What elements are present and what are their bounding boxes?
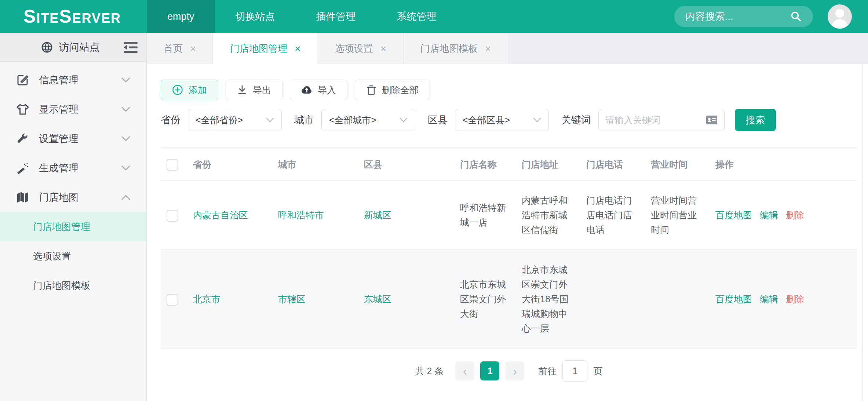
delete-all-button[interactable]: 删除全部 bbox=[355, 80, 430, 100]
body-row: 访问站点 信息管理 显示管理 设置管理 bbox=[0, 33, 868, 401]
row-checkbox[interactable] bbox=[167, 210, 178, 222]
plus-circle-icon bbox=[172, 84, 183, 95]
province-select[interactable]: <全部省份> bbox=[188, 109, 282, 131]
wrench-icon bbox=[16, 133, 29, 145]
sidebar-item-generate-management[interactable]: 生成管理 bbox=[0, 153, 146, 183]
submenu-label: 门店地图模板 bbox=[33, 279, 90, 292]
goto-page-input[interactable] bbox=[562, 360, 587, 382]
topbar-right: 内容搜索... bbox=[674, 0, 868, 33]
district-select[interactable]: <全部区县> bbox=[455, 109, 549, 131]
tab-label: 门店地图模板 bbox=[420, 42, 478, 55]
tab-home[interactable]: 首页 × bbox=[147, 33, 213, 64]
close-icon[interactable]: × bbox=[295, 44, 300, 54]
store-name-cell: 呼和浩特新城一店 bbox=[454, 181, 516, 250]
province-link[interactable]: 内蒙古自治区 bbox=[193, 210, 248, 220]
delete-link[interactable]: 删除 bbox=[786, 210, 804, 220]
toolbar: 添加 导出 导入 删除全部 bbox=[161, 80, 857, 100]
search-button[interactable]: 搜索 bbox=[735, 109, 776, 131]
next-page-button[interactable]: › bbox=[505, 361, 524, 380]
prev-page-button[interactable]: ‹ bbox=[455, 361, 474, 380]
tab-store-map-management[interactable]: 门店地图管理 × bbox=[213, 33, 318, 64]
tab-label: 选项设置 bbox=[335, 42, 373, 55]
visit-site-button[interactable]: 访问站点 bbox=[59, 40, 100, 54]
chevron-right-icon: › bbox=[513, 365, 517, 377]
main-area: 首页 × 门店地图管理 × 选项设置 × 门店地图模板 × bbox=[147, 33, 868, 401]
topnav-label: 切换站点 bbox=[236, 10, 275, 23]
edit-link[interactable]: 编辑 bbox=[760, 210, 778, 220]
province-select-value: <全部省份> bbox=[196, 114, 243, 126]
sidebar-collapse-button[interactable] bbox=[124, 42, 138, 53]
province-link[interactable]: 北京市 bbox=[193, 294, 220, 304]
column-header-actions: 操作 bbox=[710, 147, 857, 181]
tab-store-map-template[interactable]: 门店地图模板 × bbox=[404, 33, 508, 64]
topnav-item-plugin-management[interactable]: 插件管理 bbox=[296, 0, 376, 33]
page-unit-label: 页 bbox=[593, 365, 602, 377]
import-button[interactable]: 导入 bbox=[290, 80, 347, 100]
sidebar-subitem-store-map-management[interactable]: 门店地图管理 bbox=[0, 212, 146, 241]
district-link[interactable]: 新城区 bbox=[364, 210, 391, 220]
sidebar-item-display-management[interactable]: 显示管理 bbox=[0, 95, 146, 124]
table-row: 北京市 市辖区 东城区 北京市东城区崇文门外大街 北京市东城区崇文门外大街18号… bbox=[161, 250, 857, 349]
baidu-map-link[interactable]: 百度地图 bbox=[715, 210, 752, 220]
topnav-item-system-management[interactable]: 系统管理 bbox=[376, 0, 457, 33]
column-header-province: 省份 bbox=[187, 147, 272, 181]
sidebar-item-settings-management[interactable]: 设置管理 bbox=[0, 124, 146, 153]
sidebar-item-label: 门店地图 bbox=[39, 191, 79, 204]
delete-link[interactable]: 删除 bbox=[786, 294, 804, 304]
district-select-value: <全部区县> bbox=[463, 114, 510, 126]
column-header-store-phone: 门店电话 bbox=[580, 147, 645, 181]
column-header-business-hours: 营业时间 bbox=[645, 147, 710, 181]
baidu-map-link[interactable]: 百度地图 bbox=[715, 294, 752, 304]
column-header-city: 城市 bbox=[272, 147, 358, 181]
edit-link[interactable]: 编辑 bbox=[760, 294, 778, 304]
sidebar-subitem-store-map-template[interactable]: 门店地图模板 bbox=[0, 271, 146, 300]
delete-all-button-label: 删除全部 bbox=[382, 84, 419, 96]
close-icon[interactable]: × bbox=[485, 44, 491, 54]
sidebar-header: 访问站点 bbox=[0, 33, 146, 62]
city-select-value: <全部城市> bbox=[329, 114, 376, 126]
tab-option-settings[interactable]: 选项设置 × bbox=[318, 33, 404, 64]
content-search-input[interactable]: 内容搜索... bbox=[674, 6, 813, 27]
topnav-item-switch-site[interactable]: 切换站点 bbox=[215, 0, 296, 33]
user-avatar[interactable] bbox=[828, 4, 852, 29]
export-button[interactable]: 导出 bbox=[226, 80, 282, 100]
province-label: 省份 bbox=[161, 113, 180, 127]
id-card-icon bbox=[706, 115, 718, 125]
siteserver-logo[interactable]: SITESERVER bbox=[0, 0, 147, 33]
close-icon[interactable]: × bbox=[190, 44, 196, 54]
map-icon bbox=[16, 192, 29, 203]
page-1-button[interactable]: 1 bbox=[480, 361, 499, 380]
sidebar-subitem-option-settings[interactable]: 选项设置 bbox=[0, 241, 146, 271]
business-hours-cell: 营业时间营业时间营业时间 bbox=[645, 181, 710, 250]
select-all-checkbox[interactable] bbox=[167, 159, 178, 171]
row-checkbox[interactable] bbox=[167, 294, 178, 306]
close-icon[interactable]: × bbox=[380, 44, 386, 54]
sidebar-item-label: 显示管理 bbox=[39, 103, 79, 116]
city-link[interactable]: 市辖区 bbox=[278, 294, 306, 304]
chevron-down-icon bbox=[533, 117, 541, 123]
add-button[interactable]: 添加 bbox=[161, 80, 218, 100]
table-row: 内蒙古自治区 呼和浩特市 新城区 呼和浩特新城一店 内蒙古呼和浩特市新城区信儒街… bbox=[161, 181, 857, 250]
store-phone-cell: 门店电话门店电话门店电话 bbox=[580, 181, 645, 250]
sidebar-item-info-management[interactable]: 信息管理 bbox=[0, 65, 146, 95]
scrollbar-track[interactable] bbox=[862, 64, 868, 401]
content-search-placeholder: 内容搜索... bbox=[685, 10, 733, 23]
district-link[interactable]: 东城区 bbox=[364, 294, 391, 304]
sidebar-item-store-map[interactable]: 门店地图 bbox=[0, 183, 146, 212]
chevron-left-icon: ‹ bbox=[463, 365, 467, 377]
city-link[interactable]: 呼和浩特市 bbox=[278, 210, 324, 220]
topnav-label: 插件管理 bbox=[316, 10, 356, 23]
tab-label: 首页 bbox=[164, 42, 183, 55]
trash-icon bbox=[366, 85, 376, 95]
keyword-input[interactable] bbox=[605, 115, 702, 125]
tabbar: 首页 × 门店地图管理 × 选项设置 × 门店地图模板 × bbox=[147, 33, 868, 64]
app: SITESERVER empty 切换站点 插件管理 系统管理 内容搜索... … bbox=[0, 0, 868, 401]
chevron-down-icon bbox=[121, 165, 130, 171]
city-select[interactable]: <全部城市> bbox=[321, 109, 415, 131]
topnav-item-site-empty[interactable]: empty bbox=[147, 0, 215, 33]
city-label: 城市 bbox=[294, 113, 314, 127]
search-icon bbox=[790, 11, 802, 22]
cloud-upload-icon bbox=[301, 85, 312, 95]
import-button-label: 导入 bbox=[318, 84, 336, 96]
logo-text: SITESERVER bbox=[23, 7, 121, 26]
